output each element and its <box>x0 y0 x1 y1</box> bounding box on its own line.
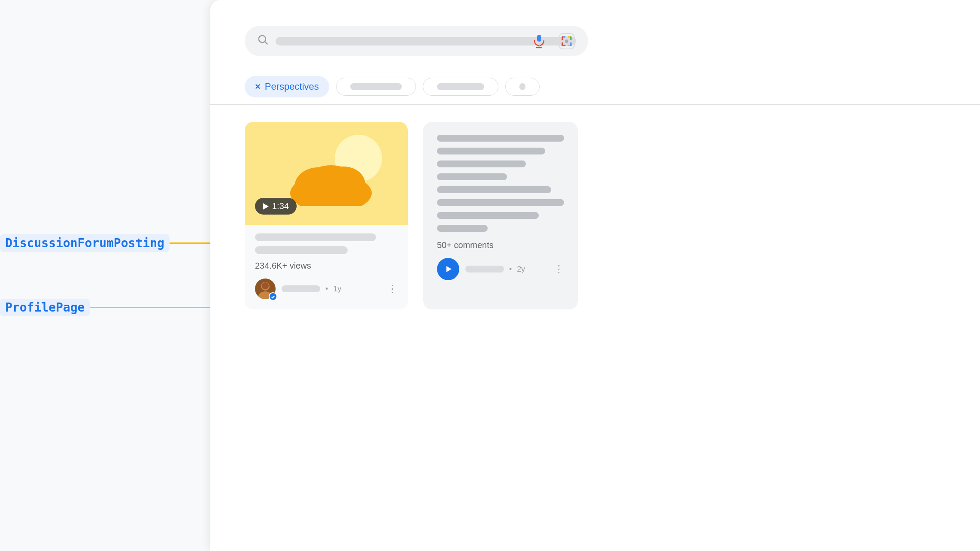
svg-line-1 <box>265 42 267 44</box>
channel-name <box>282 285 320 292</box>
svg-rect-2 <box>537 35 541 42</box>
chip-perspectives[interactable]: × Perspectives <box>245 76 329 97</box>
play-icon <box>263 203 269 210</box>
chip-filter-1-label <box>350 83 402 90</box>
video-card: 1:34 234.6K+ views <box>245 122 408 309</box>
video-title-line-2 <box>255 246 348 254</box>
article-source-name <box>465 266 504 272</box>
svg-point-14 <box>262 282 269 289</box>
video-thumbnail[interactable]: 1:34 <box>245 122 408 225</box>
video-card-body: 234.6K+ views <box>245 225 408 309</box>
article-line-5 <box>437 186 551 193</box>
filter-section: × Perspectives <box>210 69 980 105</box>
search-icon <box>257 33 269 48</box>
chip-filter-2[interactable] <box>423 78 498 96</box>
article-comments: 50+ comments <box>437 240 564 250</box>
lens-icon[interactable] <box>557 32 576 51</box>
video-duration-badge: 1:34 <box>255 198 297 215</box>
article-more-options-button[interactable]: ⋮ <box>554 263 564 275</box>
article-line-1 <box>437 135 564 142</box>
microphone-icon[interactable] <box>530 32 549 51</box>
svg-point-11 <box>305 165 357 200</box>
article-time-ago-value: 2y <box>517 265 525 274</box>
video-time-ago: • <box>325 285 328 294</box>
chip-filter-1[interactable] <box>336 78 416 96</box>
svg-point-7 <box>565 39 568 43</box>
verified-badge <box>269 292 277 301</box>
search-section <box>210 0 980 69</box>
chip-filter-3[interactable] <box>505 78 540 96</box>
cloud-graphic <box>284 154 378 208</box>
chip-perspectives-label: Perspectives <box>265 81 319 92</box>
article-line-3 <box>437 160 526 167</box>
annotation-label-1: DiscussionForumPosting <box>0 234 170 252</box>
article-line-2 <box>437 148 545 154</box>
chip-filter-2-label <box>437 83 484 90</box>
chip-close-icon[interactable]: × <box>255 81 261 92</box>
annotation-label-2: ProfilePage <box>0 299 90 316</box>
video-time-ago-value: 1y <box>333 285 341 294</box>
search-bar[interactable] <box>245 26 588 56</box>
video-title-line-1 <box>255 233 376 241</box>
article-line-7 <box>437 212 539 219</box>
article-line-6 <box>437 199 564 206</box>
more-options-button[interactable]: ⋮ <box>387 283 397 295</box>
article-line-4 <box>437 173 507 180</box>
article-line-8 <box>437 225 488 232</box>
search-icons-right <box>530 32 576 51</box>
content-area: 1:34 234.6K+ views <box>210 105 980 327</box>
channel-avatar-wrap <box>255 279 276 299</box>
video-card-footer: • 1y ⋮ <box>255 279 397 299</box>
source-avatar[interactable] <box>437 258 459 280</box>
main-container: × Perspectives <box>210 0 980 551</box>
chip-filter-3-label <box>519 83 525 90</box>
article-footer: • 2y ⋮ <box>437 258 564 280</box>
article-card: 50+ comments • 2y ⋮ <box>423 122 578 309</box>
video-duration: 1:34 <box>272 201 289 211</box>
article-time-ago: • <box>509 265 512 274</box>
video-views: 234.6K+ views <box>255 261 397 271</box>
